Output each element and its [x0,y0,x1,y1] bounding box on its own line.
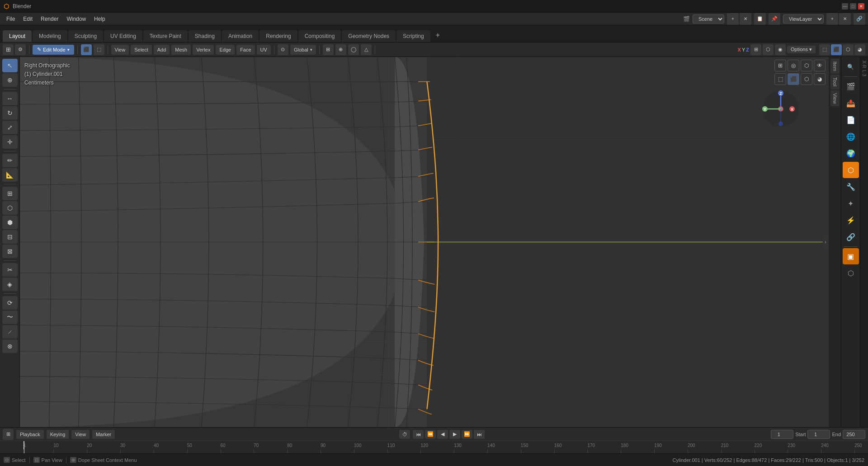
proportional-edit-icon[interactable]: ⊕ [335,44,346,55]
tl-current-frame[interactable] [771,430,793,439]
transform-icon-2[interactable]: △ [361,44,372,55]
view-show-hide[interactable]: 👁 [814,60,826,71]
scene-add-icon[interactable]: + [727,13,739,25]
overlay-1[interactable]: ⊞ [750,44,761,55]
menu-window[interactable]: Window [63,14,90,24]
viewport-shade-wire[interactable]: ⬚ [774,73,786,85]
view-viewport-shading[interactable]: ⬡ [801,60,812,71]
tool-transform[interactable]: ✛ [2,135,18,149]
prop-world[interactable]: 🌍 [843,145,859,161]
tool-annotate[interactable]: ✏ [2,154,18,167]
sidebar-collapse-arrow[interactable]: › [823,233,828,251]
vertex-menu[interactable]: Vertex [193,45,214,55]
tab-rendering[interactable]: Rendering [259,30,297,42]
tl-editor-type[interactable]: ⊞ [3,429,14,440]
vl-add-icon[interactable]: + [826,13,838,25]
tab-shading[interactable]: Shading [189,30,221,42]
orientation-gizmo[interactable]: Z Y X [760,89,801,129]
edge-menu[interactable]: Edge [216,45,235,55]
prop-modifiers[interactable]: 🔧 [843,179,859,195]
scene-pin-icon[interactable]: 📌 [769,13,780,25]
prop-physics[interactable]: ⚡ [843,212,859,228]
tab-animation[interactable]: Animation [222,30,259,42]
tl-play-back[interactable]: ◀ [437,430,448,439]
tl-play-fwd[interactable]: ▶ [449,430,460,439]
minimize-button[interactable]: — [842,3,848,9]
tab-texture-paint[interactable]: Texture Paint [143,30,188,42]
tool-move[interactable]: ↔ [2,92,18,105]
scene-link-icon[interactable]: 📋 [754,13,766,25]
editor-type-icon[interactable]: ⊞ [3,44,14,55]
menu-help[interactable]: Help [90,14,109,24]
tl-end-frame[interactable] [843,430,865,439]
prop-material[interactable]: ⬡ [843,265,859,281]
tab-layout[interactable]: Layout [3,30,32,42]
tool-cursor[interactable]: ⊕ [2,73,18,87]
view-icon-2[interactable]: ⬚ [94,44,104,55]
proportional-icon[interactable]: ⊙ [278,44,288,55]
tool-select[interactable]: ↖ [2,59,18,72]
close-button[interactable]: ✕ [858,3,864,9]
tl-jump-end[interactable]: ⏭ [474,430,485,439]
tab-add[interactable]: + [431,28,444,42]
view-gizmo-btn[interactable]: ◎ [788,60,799,71]
scene-remove-icon[interactable]: ✕ [740,13,751,25]
tab-sculpting[interactable]: Sculpting [68,30,103,42]
n-panel-tab-view[interactable]: View [830,90,840,107]
tool-rip[interactable]: ⊗ [2,339,18,353]
tool-loop-cut[interactable]: ⊟ [2,230,18,244]
tab-uv-editing[interactable]: UV Editing [104,30,142,42]
select-menu[interactable]: Select [131,45,152,55]
tool-offset[interactable]: ⊠ [2,245,18,258]
viewport-shade-render[interactable]: ◕ [814,73,826,85]
tl-start-frame[interactable] [807,430,830,439]
tab-modeling[interactable]: Modeling [33,30,67,42]
prop-object[interactable]: ⬡ [843,162,859,178]
face-menu[interactable]: Face [236,45,255,55]
tl-sync-icon[interactable]: ⏱ [399,430,410,439]
tl-keying-menu[interactable]: Keying [47,430,69,439]
mesh-menu[interactable]: Mesh [171,45,191,55]
menu-render[interactable]: Render [37,14,62,24]
tool-smooth[interactable]: 〜 [2,311,18,324]
tab-geometry-nodes[interactable]: Geometry Nodes [342,30,396,42]
tl-step-fwd[interactable]: ⏩ [462,430,472,439]
prop-scene[interactable]: 🌐 [843,128,859,145]
tool-shear[interactable]: ⟋ [2,325,18,339]
options-button[interactable]: Options ▾ [787,46,816,53]
rendered-btn[interactable]: ◕ [854,44,865,55]
tool-extrude[interactable]: ⊞ [2,187,18,200]
tool-scale[interactable]: ⤢ [2,121,18,134]
prop-data[interactable]: ▣ [843,248,859,264]
view-icon-1[interactable]: ⬛ [81,44,92,55]
viewport[interactable]: Right Orthographic (1) Cylinder.001 Cent… [20,57,828,427]
menu-file[interactable]: File [3,14,19,24]
n-panel-tab-item[interactable]: Item [830,59,840,74]
prop-render[interactable]: 🎬 [843,78,859,94]
transform-icon-1[interactable]: ◯ [348,44,359,55]
tl-step-back[interactable]: ⏪ [425,430,436,439]
view-menu[interactable]: View [111,45,129,55]
global-selector[interactable]: Global ▾ [290,45,316,55]
tl-marker-menu[interactable]: Marker [92,430,115,439]
vl-link-icon[interactable]: 🔗 [854,13,865,25]
add-menu[interactable]: Add [154,45,170,55]
prop-output[interactable]: 📤 [843,95,859,111]
mode-selector[interactable]: ✎ Edit Mode ▾ [33,45,74,55]
snap-icon[interactable]: ⊞ [323,44,334,55]
tool-bevel[interactable]: ⬢ [2,216,18,229]
prop-view-layer[interactable]: 📄 [843,112,859,128]
maximize-button[interactable]: □ [850,3,856,9]
vl-remove-icon[interactable]: ✕ [839,13,851,25]
solid-btn[interactable]: ⬛ [831,44,842,55]
viewport-shade-mat[interactable]: ⬡ [801,73,812,85]
menu-edit[interactable]: Edit [19,14,36,24]
overlay-3[interactable]: ◉ [775,44,786,55]
tl-playback-menu[interactable]: Playback [16,430,44,439]
n-panel-tab-tool[interactable]: Tool [830,75,840,89]
properties-filter[interactable]: 🔍 [843,59,859,75]
tab-compositing[interactable]: Compositing [298,30,341,42]
tool-spin[interactable]: ⟳ [2,296,18,310]
wireframe-btn[interactable]: ⬚ [819,44,830,55]
tool-knife[interactable]: ✂ [2,263,18,277]
